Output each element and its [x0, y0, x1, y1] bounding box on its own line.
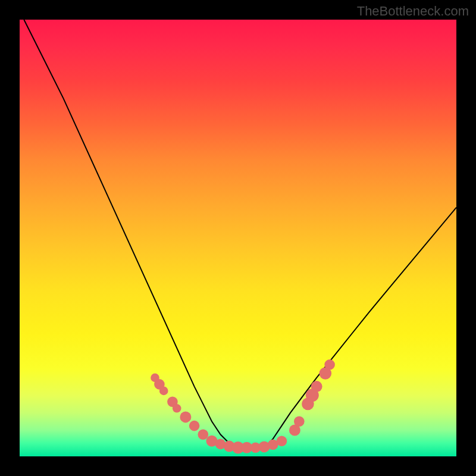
watermark-text: TheBottleneck.com	[357, 4, 469, 19]
data-marker	[173, 404, 181, 413]
bottleneck-curve	[24, 20, 456, 447]
data-marker	[198, 430, 209, 440]
plot-area	[20, 20, 456, 456]
marker-group	[151, 359, 335, 453]
data-marker	[311, 381, 322, 392]
data-marker	[159, 387, 168, 396]
data-marker	[294, 416, 305, 427]
chart-svg	[20, 20, 456, 456]
data-marker	[277, 436, 287, 447]
data-marker	[189, 421, 200, 431]
data-marker	[324, 359, 335, 370]
data-marker	[180, 411, 191, 422]
